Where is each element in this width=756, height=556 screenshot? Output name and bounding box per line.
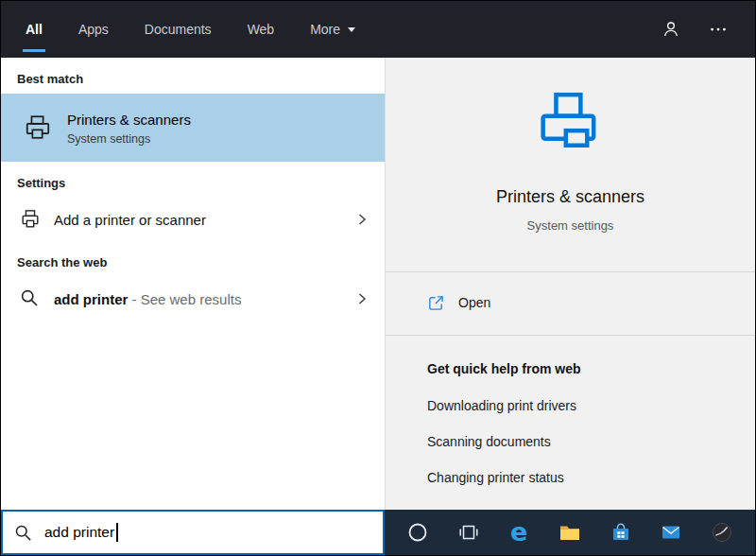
result-subtitle: System settings [67, 132, 191, 146]
taskbar: e [385, 510, 755, 555]
search-tabs: All Apps Documents Web More [26, 1, 355, 58]
quick-help-section: Get quick help from web Downloading prin… [386, 360, 755, 485]
tab-web[interactable]: Web [248, 1, 275, 58]
web-result-query: add printer [54, 291, 128, 307]
open-label: Open [458, 295, 490, 310]
section-best-match: Best match [17, 71, 369, 88]
best-match-result[interactable]: Printers & scanners System settings [1, 94, 385, 162]
tab-documents[interactable]: Documents [145, 1, 212, 58]
app-icon[interactable] [710, 520, 734, 545]
tab-all[interactable]: All [26, 1, 43, 58]
file-explorer-icon[interactable] [558, 520, 582, 545]
windows-search-flyout: All Apps Documents Web More [0, 0, 756, 556]
edge-icon[interactable]: e [507, 520, 531, 545]
printer-icon-large [531, 90, 610, 162]
preview-subtitle: System settings [386, 218, 755, 234]
cortana-icon[interactable] [405, 520, 430, 545]
tab-all-label: All [26, 22, 43, 37]
quick-help-heading: Get quick help from web [427, 360, 755, 377]
tab-more-label: More [310, 22, 340, 37]
search-icon [14, 524, 32, 542]
tab-web-label: Web [248, 22, 275, 37]
web-result-suffix: - See web results [128, 291, 241, 307]
ellipsis-icon[interactable] [708, 19, 729, 40]
settings-result-add-printer[interactable]: Add a printer or scanner [1, 198, 385, 241]
search-icon [20, 288, 41, 309]
section-settings: Settings [17, 175, 369, 192]
search-query-text: add printer [44, 524, 114, 541]
topbar-actions [661, 1, 755, 58]
web-result-label: add printer - See web results [54, 291, 241, 307]
tab-apps-label: Apps [78, 22, 109, 37]
user-icon[interactable] [661, 19, 681, 40]
help-link-scanning[interactable]: Scanning documents [427, 434, 755, 449]
help-link-status[interactable]: Changing printer status [427, 470, 755, 485]
tab-apps[interactable]: Apps [78, 1, 109, 58]
mail-icon[interactable] [659, 520, 683, 545]
add-printer-icon [20, 209, 41, 230]
web-result-add-printer[interactable]: add printer - See web results [1, 277, 385, 321]
preview-panel: Printers & scanners System settings Open… [385, 58, 755, 510]
preview-header: Printers & scanners System settings [386, 58, 755, 234]
search-filter-bar: All Apps Documents Web More [1, 1, 755, 58]
best-match-text: Printers & scanners System settings [67, 111, 191, 146]
text-cursor [116, 523, 118, 542]
printer-icon [24, 113, 52, 142]
section-search-web: Search the web [17, 254, 369, 271]
chevron-right-icon [354, 291, 369, 306]
open-icon [427, 294, 445, 312]
divider [386, 271, 755, 272]
chevron-down-icon [348, 27, 355, 32]
open-action[interactable]: Open [386, 284, 755, 321]
settings-result-label: Add a printer or scanner [54, 212, 206, 228]
results-panel: Best match Printers & scanners System se… [1, 58, 385, 510]
search-input[interactable]: add printer [1, 510, 385, 555]
tab-documents-label: Documents [145, 22, 212, 37]
tab-more[interactable]: More [310, 1, 355, 58]
store-icon[interactable] [609, 520, 633, 545]
preview-title: Printers & scanners [386, 186, 755, 207]
task-view-icon[interactable] [456, 520, 481, 545]
chevron-right-icon [354, 212, 369, 227]
divider [386, 335, 755, 336]
help-link-drivers[interactable]: Downloading print drivers [427, 398, 755, 413]
result-title: Printers & scanners [67, 111, 191, 129]
